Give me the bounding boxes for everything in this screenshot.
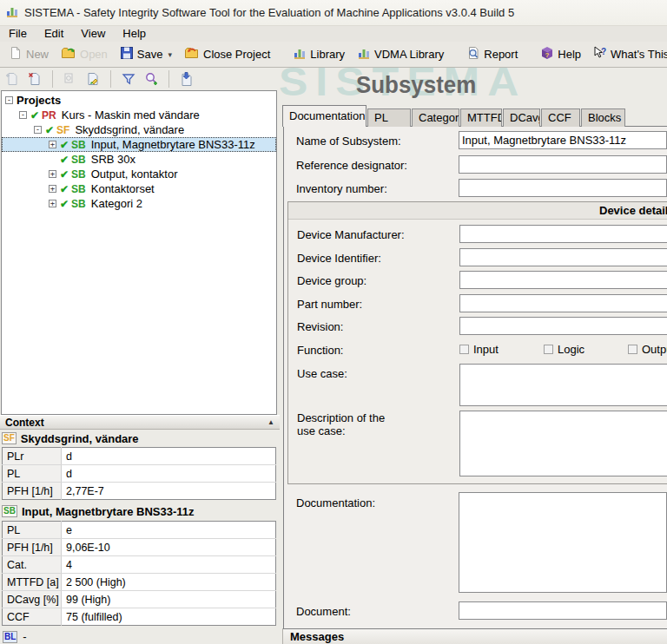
tree-node-subsystem[interactable]: + ✔ SB Output, kontaktor [2, 167, 276, 181]
tab-mttfd[interactable]: MTTFD [460, 108, 502, 127]
tree-toolbar-separator [168, 70, 169, 88]
document-label: Document: [296, 605, 351, 618]
device-details-group: Device details Device Manufacturer: Devi… [287, 201, 667, 484]
messages-title: Messages [290, 630, 344, 643]
open-folder-icon [61, 46, 76, 62]
sb-badge: SB [71, 183, 86, 195]
paste-document-icon[interactable] [83, 69, 102, 89]
use-case-textarea[interactable] [459, 364, 667, 406]
status-text: - [23, 630, 26, 643]
tab-category[interactable]: Category [412, 108, 459, 127]
tree-node-subsystem[interactable]: + ✔ SB Kontaktorset [2, 181, 276, 196]
menu-help[interactable]: Help [114, 26, 155, 42]
logic-checkbox[interactable] [544, 345, 553, 354]
new-document-icon [9, 46, 23, 62]
documentation-form: Name of Subsystem: Reference designator:… [283, 126, 667, 629]
check-icon: ✔ [45, 124, 54, 136]
part-number-input[interactable] [459, 294, 667, 312]
menu-edit[interactable]: Edit [36, 26, 72, 42]
context-section-header-sf: SF Skyddsgrind, vändare [2, 430, 278, 446]
sb-badge: SB [71, 168, 86, 181]
sf-badge: SF [2, 432, 17, 444]
check-icon: ✔ [60, 198, 69, 210]
tree-node-subsystem[interactable]: + ✔ SB Kategori 2 [2, 196, 276, 211]
collapse-expander-icon[interactable]: - [5, 96, 13, 104]
name-of-subsystem-input[interactable] [459, 131, 667, 149]
tree-toolbar [0, 68, 280, 90]
save-dropdown-icon[interactable]: ▾ [168, 50, 172, 59]
check-icon: ✔ [60, 139, 69, 151]
sb-badge: SB [71, 198, 86, 210]
output-checkbox[interactable] [628, 345, 637, 354]
subsystem-panel: SISTEMA Subsystem Documentation PL Categ… [282, 68, 667, 644]
document-input[interactable] [459, 601, 667, 620]
collapse-arrow-icon[interactable]: ▲ [267, 418, 274, 426]
page-title: Subsystem [356, 72, 476, 99]
new-button[interactable]: New [3, 43, 54, 66]
import-document-icon[interactable] [177, 69, 196, 89]
table-row: PL d [3, 465, 276, 483]
sb-badge: SB [2, 505, 17, 517]
add-document-icon[interactable] [3, 69, 22, 89]
filter-icon[interactable] [119, 69, 138, 89]
tree-node-projects[interactable]: - Projects [2, 93, 276, 108]
context-title: Context [5, 417, 44, 429]
messages-panel-header[interactable]: Messages [282, 628, 667, 644]
use-case-label: Use case: [297, 367, 347, 380]
table-row: Cat. 4 [3, 556, 276, 574]
expand-expander-icon[interactable]: + [49, 185, 56, 193]
description-of-use-case-textarea[interactable] [459, 411, 667, 476]
window-title: SISTEMA - Safety Integrity Software Tool… [24, 6, 514, 19]
tab-pl[interactable]: PL [367, 108, 411, 127]
expand-expander-icon[interactable]: + [49, 170, 56, 178]
tree-node-subsystem-selected[interactable]: + ✔ SB Input, Magnetbrytare BNS33-11z [2, 137, 276, 152]
inventory-number-input[interactable] [459, 179, 667, 197]
sb-badge: SB [71, 139, 86, 151]
collapse-expander-icon[interactable]: - [34, 126, 42, 134]
close-folder-icon [184, 46, 200, 62]
context-panel-header[interactable]: Context ▲ [0, 415, 280, 430]
project-tree: - Projects - ✔ PR Kurs - Maskin med vänd… [1, 90, 277, 415]
tab-blocks[interactable]: Blocks [581, 108, 625, 127]
svg-text:?: ? [601, 47, 606, 56]
tree-node-subsystem[interactable]: ✔ SB SRB 30x [2, 152, 276, 167]
device-group-input[interactable] [459, 271, 667, 289]
input-checkbox[interactable] [459, 345, 469, 354]
copy-document-icon[interactable] [61, 69, 80, 89]
status-row: BL - [3, 630, 27, 643]
part-number-label: Part number: [297, 298, 362, 311]
expand-expander-icon[interactable]: + [49, 200, 56, 207]
revision-input[interactable] [459, 317, 667, 335]
menu-view[interactable]: View [72, 26, 114, 42]
reference-designator-label: Reference designator: [296, 159, 407, 172]
function-output-option: Output [628, 343, 667, 356]
function-label: Function: [297, 344, 343, 357]
search-add-icon[interactable] [142, 69, 161, 89]
inventory-number-label: Inventory number: [296, 182, 387, 195]
device-group-label: Device group: [297, 274, 367, 287]
close-project-button[interactable]: Close Project [179, 43, 275, 66]
tab-documentation[interactable]: Documentation [282, 105, 367, 127]
menu-file[interactable]: File [0, 26, 36, 42]
reference-designator-input[interactable] [459, 155, 667, 174]
device-identifier-input[interactable] [459, 248, 667, 266]
check-icon: ✔ [60, 183, 69, 195]
table-row: PLr d [3, 448, 276, 465]
documentation-textarea[interactable] [459, 492, 667, 593]
sb-badge: SB [71, 154, 86, 166]
collapse-expander-icon[interactable]: - [19, 111, 27, 119]
tab-ccf[interactable]: CCF [541, 108, 580, 127]
tree-node-project[interactable]: - ✔ PR Kurs - Maskin med vändare [2, 108, 276, 122]
function-input-option: Input [459, 343, 499, 356]
context-section-header-sb: SB Input, Magnetbrytare BNS33-11z [2, 503, 278, 519]
pr-badge: PR [42, 109, 56, 122]
table-row: PFH [1/h] 2,77E-7 [3, 483, 276, 500]
expand-expander-icon[interactable]: + [49, 141, 56, 148]
device-manufacturer-input[interactable] [459, 225, 667, 243]
delete-document-icon[interactable] [25, 69, 44, 89]
open-button[interactable]: Open [56, 43, 113, 66]
tree-node-safety-function[interactable]: - ✔ SF Skyddsgrind, vändare [2, 122, 276, 137]
subsystem-tabs: Documentation PL Category MTTFD DCavg CC… [282, 105, 625, 127]
tab-dcavg[interactable]: DCavg [503, 108, 540, 127]
save-button[interactable]: Save ▾ [115, 43, 177, 66]
